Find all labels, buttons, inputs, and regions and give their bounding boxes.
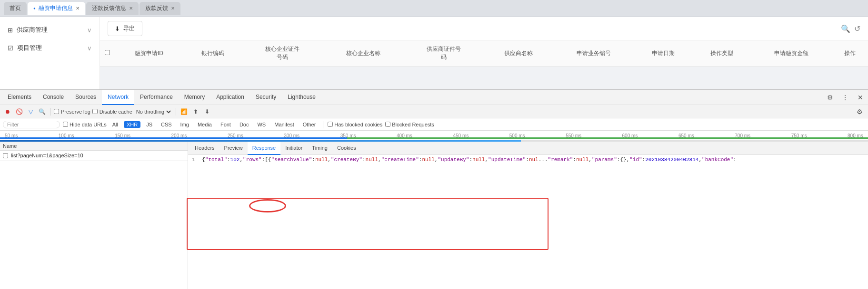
disable-cache-checkbox[interactable]: Disable cache <box>92 109 132 115</box>
record-button[interactable]: ⏺ <box>3 107 12 116</box>
tab-elements[interactable]: Elements <box>2 90 37 105</box>
filter-img[interactable]: Img <box>178 121 192 128</box>
filter-input[interactable] <box>3 121 60 128</box>
sub-tabs: Headers Preview Response Initiator Timin… <box>188 142 868 155</box>
sub-tab-preview[interactable]: Preview <box>219 142 248 155</box>
tab-performance[interactable]: Performance <box>134 90 179 105</box>
export-button[interactable]: ⬇ 导出 <box>108 21 142 36</box>
filter-ws[interactable]: WS <box>254 121 269 128</box>
filter-doc[interactable]: Doc <box>237 121 252 128</box>
has-blocked-cookies-checkbox[interactable]: Has blocked cookies <box>328 122 382 127</box>
response-content: 1 {"total":102,"rows":[{"searchValue":nu… <box>188 155 868 289</box>
download-icon[interactable]: ⬇ <box>202 107 212 116</box>
filter-css[interactable]: CSS <box>158 121 175 128</box>
sidebar-item-supplier[interactable]: ⊞ 供应商管理 ∨ <box>0 21 100 39</box>
wifi-icon[interactable]: 📶 <box>180 107 189 116</box>
search-icon[interactable]: 🔍 <box>841 24 850 33</box>
request-item-checkbox[interactable] <box>3 153 8 158</box>
tab-release[interactable]: 放款反馈 ✕ <box>140 2 180 15</box>
devtools-panel: Elements Console Sources Network Perform… <box>0 89 868 289</box>
col-amount: 申请融资金额 <box>751 40 831 67</box>
sidebar: ⊞ 供应商管理 ∨ ☑ 项目管理 ∨ <box>0 17 100 89</box>
col-bank-code: 银行编码 <box>184 40 242 67</box>
col-supplier-name: 供应商名称 <box>484 40 553 67</box>
tab-sources[interactable]: Sources <box>70 90 102 105</box>
upload-icon[interactable]: ⬆ <box>191 107 200 116</box>
tab-release-label: 放款反馈 <box>145 4 168 12</box>
has-blocked-label: Has blocked cookies <box>334 122 382 127</box>
filter-other[interactable]: Other <box>300 121 319 128</box>
stop-record-button[interactable]: 🚫 <box>14 107 24 116</box>
progress-bar-container <box>0 140 868 142</box>
sidebar-item-project[interactable]: ☑ 项目管理 ∨ <box>0 39 100 57</box>
data-table: 融资申请ID 银行编码 核心企业证件号码 核心企业名称 供应商证件号码 供应商名… <box>100 40 868 67</box>
app-area: ⊞ 供应商管理 ∨ ☑ 项目管理 ∨ ⬇ 导出 🔍 ↺ <box>0 17 868 89</box>
tab-release-close[interactable]: ✕ <box>171 6 175 11</box>
more-icon[interactable]: ⋮ <box>839 92 851 103</box>
filter-icon[interactable]: ▽ <box>26 107 35 116</box>
tab-finance-close[interactable]: ✕ <box>76 6 80 11</box>
settings-icon-2[interactable]: ⚙ <box>854 106 865 117</box>
filter-media[interactable]: Media <box>195 121 215 128</box>
sub-tab-response[interactable]: Response <box>248 142 281 155</box>
export-label: 导出 <box>123 24 135 33</box>
tab-console[interactable]: Console <box>37 90 70 105</box>
tab-memory[interactable]: Memory <box>179 90 210 105</box>
filter-xhr[interactable]: XHR <box>124 121 140 128</box>
tab-elements-label: Elements <box>8 94 31 100</box>
request-item[interactable]: list?pageNum=1&pageSize=10 <box>0 151 188 161</box>
refresh-icon[interactable]: ↺ <box>854 24 860 33</box>
filter-js[interactable]: JS <box>143 121 155 128</box>
preserve-log-checkbox[interactable]: Preserve log <box>54 109 90 115</box>
filter-manifest[interactable]: Manifest <box>271 121 297 128</box>
tab-home-label: 首页 <box>10 4 21 12</box>
devtools-right-settings: ⚙ <box>854 106 865 117</box>
filter-all[interactable]: All <box>110 121 121 128</box>
has-blocked-input[interactable] <box>328 122 333 127</box>
tab-sources-label: Sources <box>75 94 96 100</box>
disable-cache-input[interactable] <box>92 109 98 114</box>
blocked-requests-input[interactable] <box>385 122 390 127</box>
line-number: 1 <box>192 157 195 163</box>
check-icon: ☑ <box>8 45 13 52</box>
browser-tab-bar: 首页 ● 融资申请信息 ✕ 还款反馈信息 ✕ 放款反馈 ✕ <box>0 0 868 17</box>
col-supplier-cert: 供应商证件号码 <box>403 40 484 67</box>
select-all-checkbox[interactable] <box>105 50 110 55</box>
settings-icon[interactable]: ⚙ <box>824 92 836 103</box>
timeline-progress-bar <box>0 137 868 139</box>
tab-network-label: Network <box>108 94 129 100</box>
close-icon[interactable]: ✕ <box>855 92 866 103</box>
hide-data-urls-checkbox[interactable]: Hide data URLs <box>63 122 107 127</box>
tab-finance-label: 融资申请信息 <box>39 4 73 12</box>
hide-data-urls-input[interactable] <box>63 122 68 127</box>
tab-feedback[interactable]: 还款反馈信息 ✕ <box>86 2 139 15</box>
tab-feedback-close[interactable]: ✕ <box>129 6 133 11</box>
filter-font[interactable]: Font <box>218 121 234 128</box>
request-list-header: Name <box>0 142 188 151</box>
separator-3 <box>323 121 323 128</box>
throttle-select[interactable]: No throttling Fast 3G Slow 3G Offline <box>134 108 172 115</box>
search-button[interactable]: 🔍 <box>37 107 47 116</box>
response-panel: Headers Preview Response Initiator Timin… <box>188 142 868 289</box>
preserve-log-input[interactable] <box>54 109 59 114</box>
sub-tab-preview-label: Preview <box>224 145 243 151</box>
tab-network[interactable]: Network <box>102 90 134 105</box>
tab-lighthouse[interactable]: Lighthouse <box>282 90 321 105</box>
tab-security[interactable]: Security <box>250 90 282 105</box>
col-finance-id: 融资申请ID <box>114 40 184 67</box>
tab-lighthouse-label: Lighthouse <box>288 94 316 100</box>
tab-finance[interactable]: ● 融资申请信息 ✕ <box>28 2 85 15</box>
sub-tab-timing[interactable]: Timing <box>307 142 332 155</box>
tab-home[interactable]: 首页 <box>4 2 27 15</box>
network-content: Name list?pageNum=1&pageSize=10 Headers … <box>0 142 868 289</box>
grid-icon: ⊞ <box>8 27 13 34</box>
tab-application[interactable]: Application <box>210 90 250 105</box>
sub-tab-headers[interactable]: Headers <box>190 142 219 155</box>
sub-tab-cookies[interactable]: Cookies <box>332 142 361 155</box>
sub-tab-cookies-label: Cookies <box>337 145 356 151</box>
sub-tab-initiator[interactable]: Initiator <box>280 142 307 155</box>
col-action: 操作 <box>831 40 868 67</box>
hide-data-urls-label: Hide data URLs <box>70 122 107 127</box>
sub-tab-response-label: Response <box>252 145 276 151</box>
blocked-requests-checkbox[interactable]: Blocked Requests <box>385 122 434 127</box>
